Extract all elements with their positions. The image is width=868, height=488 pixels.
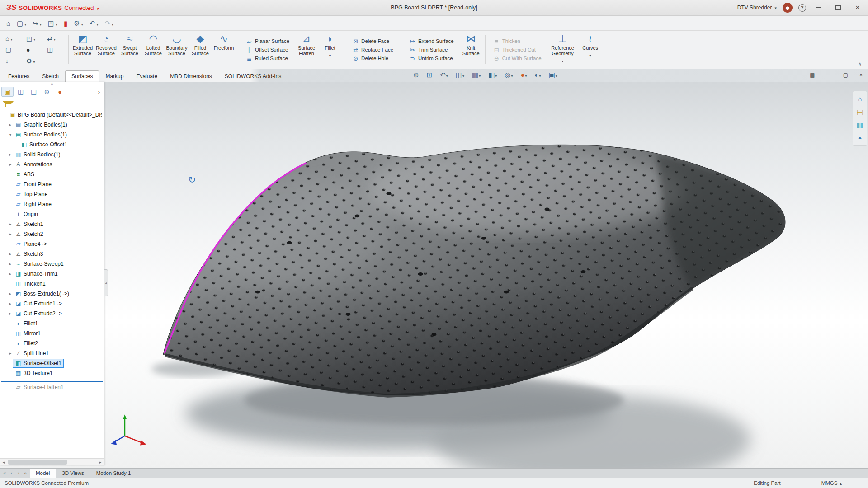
hud-button-view-settings[interactable]: ▣ <box>546 70 560 79</box>
tab-nav-next[interactable]: › <box>15 470 22 476</box>
graphics-viewport[interactable]: ↻ ⌂▤▥◓ <box>0 82 868 468</box>
doc-control-restore-doc[interactable]: ▢ <box>840 71 851 79</box>
panel-tab-displaymanager[interactable]: ● <box>54 87 66 97</box>
ribbon-button-thicken[interactable]: ≡ Thicken <box>491 38 544 45</box>
close-button[interactable] <box>851 2 864 14</box>
expand-arrow-icon[interactable] <box>8 311 13 316</box>
ribbon-button-extruded-surface[interactable]: ◩ Extruded Surface <box>71 32 94 68</box>
tree-item-sketch3[interactable]: ∠ Sketch3 <box>0 249 104 259</box>
panel-tab-configurationmanager[interactable]: ▤ <box>28 87 40 97</box>
tree-item-boss-extrude1[interactable]: ◩ Boss-Extrude1( ->) <box>0 289 104 299</box>
expand-arrow-icon[interactable] <box>8 232 13 236</box>
tree-item-cut-extrude2[interactable]: ◪ Cut-Extrude2 -> <box>0 309 104 319</box>
expand-arrow-icon[interactable] <box>8 272 13 276</box>
doc-control-minimize-doc[interactable]: — <box>824 71 835 79</box>
panel-collapse-button[interactable] <box>0 82 104 86</box>
ribbon-button-delete-hole[interactable]: ⊘ Delete Hole <box>349 55 396 62</box>
filter-icon[interactable] <box>3 101 14 105</box>
tree-item-rollback-bar[interactable] <box>0 378 104 382</box>
units-selector[interactable]: MMGS <box>821 480 842 486</box>
tree-item-mirror1[interactable]: ◫ Mirror1 <box>0 328 104 338</box>
doc-control-close-doc[interactable]: × <box>857 71 865 79</box>
quick-tool-home[interactable]: ⌂ <box>5 19 12 28</box>
tree-item-graphic-bodies[interactable]: ▤ Graphic Bodies(1) <box>0 120 104 130</box>
quick-tool-save[interactable]: ◰ <box>46 18 59 28</box>
tree-item-surface-bodies[interactable]: ▤ Surface Bodies(1) <box>0 130 104 140</box>
quick-tool-redo[interactable]: ↷ <box>103 18 115 28</box>
ribbon-button-planar-surface[interactable]: ▱ Planar Surface <box>243 38 292 45</box>
tree-item-plane4[interactable]: ▱ Plane4 -> <box>0 239 104 249</box>
task-pane-file-explorer[interactable]: ▥ <box>854 121 866 129</box>
user-menu[interactable]: DTV Shredder <box>737 5 777 11</box>
tree-item-fillet1[interactable]: ◗ Fillet1 <box>0 319 104 328</box>
ribbon-button-delete-face[interactable]: ⊠ Delete Face <box>349 38 396 45</box>
expand-arrow-icon[interactable] <box>8 262 13 266</box>
ribbon-button-cut-with-surface[interactable]: ⊖ Cut With Surface <box>491 55 544 62</box>
tab-sketch[interactable]: Sketch <box>36 70 65 82</box>
tree-item-sketch2[interactable]: ∠ Sketch2 <box>0 229 104 239</box>
quick-tool-options[interactable]: ⚙ <box>72 18 85 28</box>
doc-tab-motion-study-1[interactable]: Motion Study 1 <box>90 469 137 478</box>
ribbon-button-lofted-surface[interactable]: ◠ Lofted Surface <box>142 32 165 68</box>
expand-arrow-icon[interactable] <box>8 252 13 256</box>
tree-item-thicken1[interactable]: ◫ Thicken1 <box>0 279 104 289</box>
ribbon-button-freeform[interactable]: ∿ Freeform <box>212 32 236 68</box>
tree-item-fillet2[interactable]: ◗ Fillet2 <box>0 338 104 348</box>
tree-item-cut-extrude1[interactable]: ◪ Cut-Extrude1 -> <box>0 299 104 309</box>
tab-solidworks-add-ins[interactable]: SOLIDWORKS Add-Ins <box>218 70 288 82</box>
experience-tool-experience-home[interactable]: ⌂ <box>4 33 24 44</box>
tree-item-solid-bodies[interactable]: ▥ Solid Bodies(1) <box>0 150 104 160</box>
tree-item-split-line1[interactable]: ∕ Split Line1 <box>0 348 104 358</box>
panel-splitter-handle[interactable] <box>104 269 108 296</box>
quick-tool-undo[interactable]: ↶ <box>88 18 100 28</box>
experience-tool-experience-new[interactable]: ▢ <box>4 44 24 56</box>
minimize-button[interactable] <box>812 2 826 14</box>
ribbon-button-replace-face[interactable]: ⇄ Replace Face <box>349 47 396 53</box>
ribbon-button-knit-surface[interactable]: ⋈ Knit Surface <box>459 32 483 68</box>
quick-tool-3dexperience[interactable]: ▮ <box>62 19 69 28</box>
tree-item-annotations[interactable]: A Annotations <box>0 160 104 169</box>
tab-nav-first[interactable]: « <box>1 470 8 476</box>
help-button[interactable] <box>798 4 806 12</box>
hud-button-section-view[interactable]: ◫ <box>453 70 467 79</box>
scroll-right-icon[interactable]: ▸ <box>97 460 104 465</box>
ribbon-button-reference-geometry[interactable]: ⊥ Reference Geometry <box>547 32 579 68</box>
tree-item-material-abs[interactable]: ≡ ABS <box>0 169 104 179</box>
tree-item-surface-sweep1[interactable]: ≈ Surface-Sweep1 <box>0 259 104 269</box>
tree-item-sketch1[interactable]: ∠ Sketch1 <box>0 219 104 229</box>
hud-button-edit-appearance[interactable]: ● <box>518 70 529 79</box>
ribbon-button-swept-surface[interactable]: ≈ Swept Surface <box>118 32 142 68</box>
experience-tool-experience-sync[interactable]: ⇄ <box>45 33 66 44</box>
expand-arrow-icon[interactable] <box>8 132 13 137</box>
doc-control-pane-layout[interactable]: ▤ <box>807 71 817 79</box>
quick-tool-open[interactable]: ↪ <box>31 18 43 28</box>
expand-arrow-icon[interactable] <box>8 291 13 296</box>
tree-item-root[interactable]: ▣ BPG Board (Default<<Default>_Displa <box>0 110 104 120</box>
doc-tab-model[interactable]: Model <box>30 469 56 478</box>
hud-button-apply-scene[interactable]: ◐ <box>532 70 544 79</box>
collapse-ribbon-button[interactable] <box>855 61 864 67</box>
panel-horizontal-scrollbar[interactable]: ◂ ▸ <box>0 458 104 465</box>
expand-arrow-icon[interactable] <box>8 301 13 306</box>
hud-button-view-orientation[interactable]: ▦ <box>469 70 483 79</box>
panel-tab-propertymanager[interactable]: ◫ <box>14 87 27 97</box>
experience-tool-experience-settings[interactable]: ⚙ <box>24 56 45 67</box>
tree-item-front-plane[interactable]: ▱ Front Plane <box>0 179 104 189</box>
quick-tool-new-document[interactable]: ▢ <box>15 18 28 28</box>
expand-arrow-icon[interactable] <box>8 351 13 356</box>
hud-button-display-style[interactable]: ◧ <box>486 70 500 79</box>
tree-item-origin[interactable]: + Origin <box>0 209 104 219</box>
panel-flyout-button[interactable] <box>95 88 103 96</box>
tree-item-surface-offset1-body[interactable]: ◧ Surface-Offset1 <box>0 140 104 150</box>
ribbon-button-surface-flatten[interactable]: ⊿ Surface Flatten <box>295 32 318 68</box>
scrollbar-thumb[interactable] <box>8 460 67 465</box>
maximize-button[interactable] <box>831 2 845 14</box>
experience-tool-experience-panels[interactable]: ◫ <box>45 44 66 56</box>
ribbon-button-fillet[interactable]: ◗ Fillet <box>318 32 342 68</box>
tree-item-surface-trim1[interactable]: ◨ Surface-Trim1 <box>0 269 104 279</box>
expand-arrow-icon[interactable] <box>8 152 13 157</box>
viewport-3d[interactable]: ↻ <box>0 82 868 468</box>
hud-button-hide-show-items[interactable]: ◎ <box>502 70 515 79</box>
ribbon-button-untrim-surface[interactable]: ⊃ Untrim Surface <box>406 55 457 62</box>
task-pane-appearances[interactable]: ◓ <box>854 134 866 142</box>
